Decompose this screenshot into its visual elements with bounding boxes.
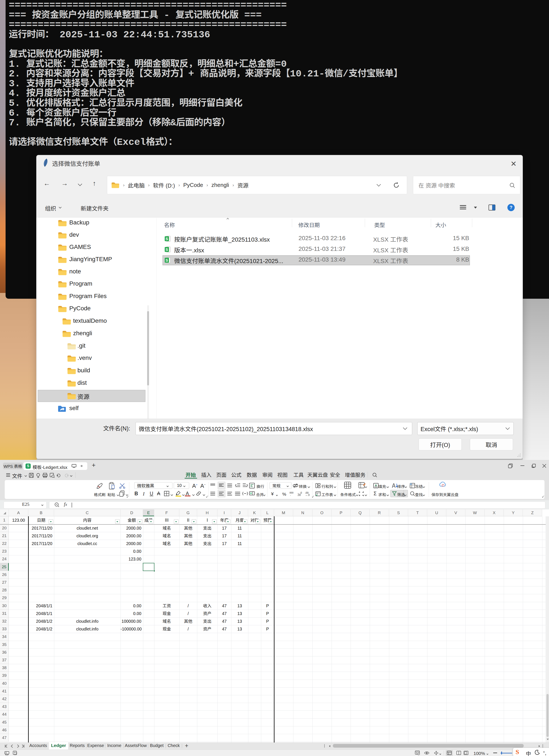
svg-text:S: S bbox=[166, 258, 168, 262]
svg-text:S: S bbox=[166, 248, 168, 252]
svg-text:S: S bbox=[166, 237, 168, 241]
